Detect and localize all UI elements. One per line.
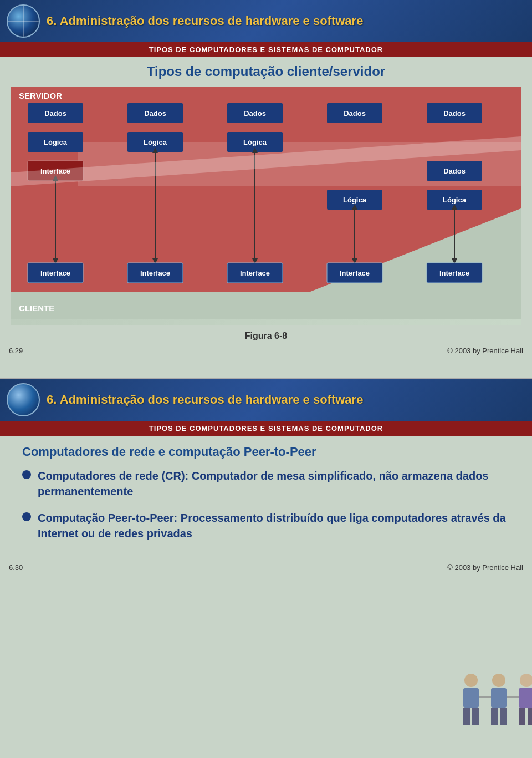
bullet-text-2: Computação Peer-to-Peer: Processamento d…: [38, 510, 510, 541]
svg-text:Lógica: Lógica: [44, 138, 68, 146]
slide1-copyright: © 2003 by Prentice Hall: [447, 347, 523, 355]
slide2-content: Computadores de rede e computação Peer-t…: [0, 436, 532, 561]
svg-text:Lógica: Lógica: [243, 138, 267, 146]
slide2-header-title: 6. Administração dos recursos de hardwar…: [47, 393, 363, 407]
slide2-header: 6. Administração dos recursos de hardwar…: [0, 379, 532, 421]
slide2-number: 6.30: [9, 563, 23, 572]
svg-text:CLIENTE: CLIENTE: [19, 303, 54, 313]
figure-caption: Figura 6-8: [0, 328, 532, 344]
svg-rect-66: [528, 708, 532, 725]
slide-2: 6. Administração dos recursos de hardwar…: [0, 379, 532, 758]
svg-text:Interface: Interface: [240, 269, 270, 277]
svg-point-63: [520, 674, 532, 687]
svg-text:Dados: Dados: [244, 109, 266, 118]
svg-rect-56: [463, 688, 479, 708]
svg-point-55: [464, 674, 478, 687]
svg-text:Dados: Dados: [44, 109, 66, 118]
svg-text:Interface: Interface: [340, 269, 370, 277]
slide2-sub-header: TIPOS DE COMPUTADORES E SISTEMAS DE COMP…: [0, 421, 532, 436]
bullet-item-1: Computadores de rede (CR): Computador de…: [22, 468, 510, 499]
bullet-dot-2: [22, 512, 31, 521]
slide1-footer: 6.29 © 2003 by Prentice Hall: [0, 344, 532, 357]
diagram-svg: SERVIDOR CLIENTE Dados Dados Dados Dados…: [11, 87, 521, 319]
svg-rect-58: [472, 708, 479, 725]
svg-text:SERVIDOR: SERVIDOR: [19, 91, 62, 100]
svg-text:Lógica: Lógica: [443, 196, 467, 204]
svg-text:Dados: Dados: [443, 109, 466, 118]
svg-text:Dados: Dados: [144, 109, 166, 118]
slide1-header: 6. Administração dos recursos de hardwar…: [0, 0, 532, 42]
svg-text:Dados: Dados: [443, 167, 466, 175]
globe-icon: [7, 4, 40, 38]
svg-text:Lógica: Lógica: [144, 138, 167, 146]
svg-rect-61: [491, 708, 498, 725]
slide1-header-title: 6. Administração dos recursos de hardwar…: [47, 14, 363, 28]
globe-icon-2: [7, 383, 40, 416]
bullet-item-2: Computação Peer-to-Peer: Processamento d…: [22, 510, 510, 541]
svg-rect-64: [519, 688, 532, 708]
svg-text:Lógica: Lógica: [343, 196, 367, 204]
svg-rect-65: [519, 708, 525, 725]
svg-text:Dados: Dados: [344, 109, 366, 118]
slide1-title: Tipos de computação cliente/servidor: [0, 57, 532, 84]
svg-point-59: [492, 674, 505, 687]
svg-text:Interface: Interface: [439, 269, 469, 277]
slide2-copyright: © 2003 by Prentice Hall: [447, 563, 523, 572]
bullet-text-1: Computadores de rede (CR): Computador de…: [38, 468, 510, 499]
bullet-dot-1: [22, 470, 31, 479]
svg-text:Interface: Interface: [140, 269, 170, 277]
slide1-sub-header: TIPOS DE COMPUTADORES E SISTEMAS DE COMP…: [0, 42, 532, 57]
svg-rect-62: [500, 708, 507, 725]
slide2-section-title: Computadores de rede e computação Peer-t…: [22, 445, 510, 459]
svg-text:Interface: Interface: [40, 269, 70, 277]
people-graphic: [454, 669, 521, 725]
diagram-area: SERVIDOR CLIENTE Dados Dados Dados Dados…: [11, 87, 521, 325]
svg-rect-60: [491, 688, 507, 708]
svg-rect-57: [463, 708, 470, 725]
slide2-footer: 6.30 © 2003 by Prentice Hall: [0, 561, 532, 574]
slide1-number: 6.29: [9, 347, 23, 355]
slide-1: 6. Administração dos recursos de hardwar…: [0, 0, 532, 379]
